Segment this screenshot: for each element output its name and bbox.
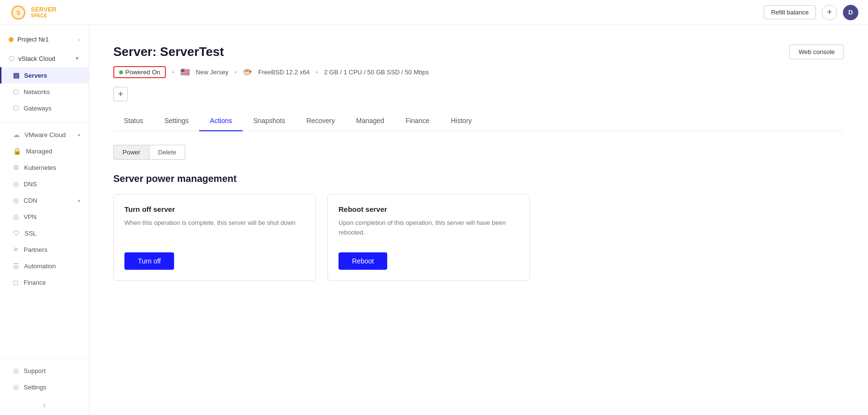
logo: S SERVER SPACE — [10, 4, 56, 21]
reboot-card-description: Upon completion of this operation, this … — [339, 218, 519, 239]
separator-dot-3: • — [315, 68, 318, 77]
tab-finance[interactable]: Finance — [395, 111, 440, 131]
sidebar-item-label: Servers — [24, 72, 47, 79]
vmware-arrow-icon: ◂ — [77, 132, 80, 138]
cloud-icon: ⬡ — [9, 55, 14, 62]
sidebar-cloud-section: ⬡ vStack Cloud ▼ ▤ Servers ⬡ Networks ⬡ … — [0, 48, 89, 118]
tab-snapshots[interactable]: Snapshots — [243, 111, 296, 131]
cdn-icon: ◎ — [13, 196, 19, 204]
powered-on-badge: Powered On — [113, 66, 166, 78]
sidebar-item-dns[interactable]: ◎ DNS — [0, 176, 89, 192]
sidebar-item-label: Automation — [24, 263, 56, 270]
user-avatar[interactable]: D — [843, 5, 858, 20]
sidebar-item-gateways[interactable]: ⬡ Gateways — [0, 100, 89, 116]
cdn-arrow-icon: ◂ — [77, 197, 80, 204]
sidebar-item-label: VPN — [24, 213, 37, 221]
sidebar-item-settings[interactable]: ◎ Settings — [0, 379, 89, 395]
os-icon: 🐡 — [243, 68, 252, 77]
location-label: New Jersey — [196, 69, 229, 76]
sidebar-item-label: Partners — [24, 246, 47, 253]
servers-icon: ▤ — [13, 71, 19, 79]
reboot-card-action: Reboot — [339, 252, 519, 270]
sidebar-item-cdn[interactable]: ◎ CDN ◂ — [0, 192, 89, 208]
tab-recovery[interactable]: Recovery — [296, 111, 345, 131]
cloud-label: vStack Cloud — [18, 55, 55, 62]
logo-icon: S — [10, 4, 27, 21]
sidebar-item-automation[interactable]: ☰ Automation — [0, 258, 89, 274]
separator-dot-2: • — [234, 68, 237, 77]
tab-actions[interactable]: Actions — [199, 111, 243, 131]
sidebar-item-label: SSL — [25, 230, 37, 237]
green-dot-icon — [119, 70, 123, 74]
sidebar-item-servers[interactable]: ▤ Servers — [0, 67, 89, 83]
sidebar-item-partners[interactable]: ✳ Partners — [0, 241, 89, 258]
sidebar-item-label: CDN — [24, 197, 37, 204]
sidebar-item-label: DNS — [24, 180, 37, 188]
sidebar-item-ssl[interactable]: 🛡 SSL — [0, 225, 89, 241]
add-resource-button[interactable]: + — [113, 87, 128, 101]
turn-off-card-description: When this operation is complete, this se… — [124, 218, 305, 239]
sidebar-item-label: Finance — [24, 279, 46, 286]
layout: Project №1 › ⬡ vStack Cloud ▼ ▤ Servers … — [0, 25, 868, 415]
cloud-left: ⬡ vStack Cloud — [9, 55, 55, 62]
ssl-icon: 🛡 — [13, 229, 20, 237]
sidebar-item-kubernetes[interactable]: ⚙ Kubernetes — [0, 159, 89, 176]
sidebar-item-support[interactable]: ◎ Support — [0, 362, 89, 379]
reboot-card-title: Reboot server — [339, 205, 519, 213]
sidebar-item-label: Kubernetes — [24, 164, 56, 171]
sidebar-item-finance[interactable]: ◻ Finance — [0, 274, 89, 290]
separator-dot: • — [172, 68, 175, 77]
main-content: Server: ServerTest Web console Powered O… — [89, 25, 868, 415]
tab-managed[interactable]: Managed — [346, 111, 395, 131]
settings-icon: ◎ — [13, 383, 19, 391]
turn-off-card-title: Turn off server — [124, 205, 305, 213]
refill-balance-button[interactable]: Refill balance — [764, 5, 816, 19]
sub-tab-delete[interactable]: Delete — [149, 145, 186, 160]
reboot-button[interactable]: Reboot — [339, 252, 387, 270]
sidebar-item-label: Networks — [24, 88, 50, 96]
sidebar-item-vpn[interactable]: ◎ VPN — [0, 208, 89, 225]
project-left: Project №1 — [9, 36, 49, 43]
os-label: FreeBSD 12.2 x64 — [258, 69, 310, 76]
gateways-icon: ⬡ — [13, 104, 19, 112]
sidebar-item-label: Gateways — [24, 105, 52, 112]
sidebar-project[interactable]: Project №1 › — [0, 31, 89, 48]
sidebar: Project №1 › ⬡ vStack Cloud ▼ ▤ Servers … — [0, 25, 89, 415]
section-title: Server power management — [113, 173, 844, 184]
support-icon: ◎ — [13, 367, 19, 374]
sidebar-cloud-header[interactable]: ⬡ vStack Cloud ▼ — [0, 50, 89, 67]
tab-settings[interactable]: Settings — [154, 111, 200, 131]
collapse-sidebar-button[interactable]: ‹ — [0, 395, 89, 415]
svg-text:S: S — [16, 9, 21, 16]
sidebar-item-label: VMware Cloud — [25, 131, 66, 138]
sidebar-item-managed[interactable]: 🔒 Managed — [0, 143, 89, 159]
header-right: Refill balance + D — [764, 5, 858, 20]
vmware-icon: ☁ — [13, 131, 20, 138]
page-title: Server: ServerTest — [113, 44, 224, 59]
chevron-down-icon: ▼ — [74, 55, 80, 62]
sidebar-item-networks[interactable]: ⬡ Networks — [0, 83, 89, 100]
turn-off-card-action: Turn off — [124, 252, 305, 270]
web-console-button[interactable]: Web console — [789, 44, 844, 59]
powered-on-label: Powered On — [125, 69, 160, 76]
power-cards: Turn off server When this operation is c… — [113, 194, 844, 281]
logo-text: SERVER SPACE — [31, 6, 56, 19]
project-dot — [9, 37, 14, 42]
dns-icon: ◎ — [13, 180, 19, 188]
automation-icon: ☰ — [13, 262, 19, 270]
page-title-row: Server: ServerTest Web console — [113, 44, 844, 59]
status-row: Powered On • 🇺🇸 New Jersey • 🐡 FreeBSD 1… — [113, 66, 844, 78]
add-button[interactable]: + — [822, 5, 837, 20]
turn-off-button[interactable]: Turn off — [124, 252, 174, 270]
tab-status[interactable]: Status — [113, 111, 154, 131]
tabs: Status Settings Actions Snapshots Recove… — [113, 111, 844, 131]
flag-icon: 🇺🇸 — [180, 68, 190, 77]
sub-tab-power[interactable]: Power — [113, 145, 149, 160]
top-header: S SERVER SPACE Refill balance + D — [0, 0, 868, 25]
networks-icon: ⬡ — [13, 88, 19, 96]
sidebar-item-vmware[interactable]: ☁ VMware Cloud ◂ — [0, 126, 89, 143]
sidebar-divider — [0, 122, 89, 123]
tab-history[interactable]: History — [440, 111, 483, 131]
sidebar-item-label: Managed — [26, 148, 52, 155]
kubernetes-icon: ⚙ — [13, 164, 19, 171]
